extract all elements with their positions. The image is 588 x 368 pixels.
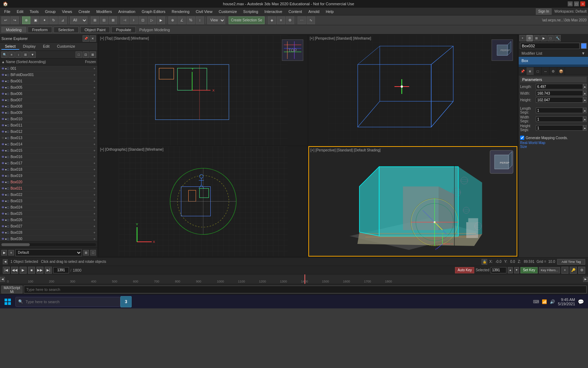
height-segs-spin[interactable]: ▲ xyxy=(583,125,587,131)
stop-button[interactable]: ■ xyxy=(28,267,35,274)
motion-panel-button[interactable]: ▶ xyxy=(540,35,547,41)
list-item[interactable]: 👁●□ Box006 ✦ xyxy=(0,91,97,97)
layer-icon2-button[interactable]: □ xyxy=(90,250,96,255)
tab-customize[interactable]: Customize xyxy=(54,43,79,50)
create-panel-button[interactable]: + xyxy=(519,35,526,41)
next-frame-button[interactable]: ▶▶ xyxy=(36,267,43,274)
list-item[interactable]: 👁●□ Box010 ✦ xyxy=(0,116,97,122)
snap-toggle[interactable]: ⊕ xyxy=(168,16,177,24)
key-up-button[interactable]: ▲ xyxy=(508,267,513,273)
timeline-scroll-right[interactable]: ▶ xyxy=(583,277,588,282)
length-segs-input[interactable] xyxy=(536,108,583,113)
key-filters-button[interactable]: Key Filters... xyxy=(539,267,560,273)
list-item[interactable]: 👁●□ Box001 ✦ xyxy=(0,78,97,84)
list-item[interactable]: 👁●□ Box027 ✦ xyxy=(0,223,97,230)
set-key-button[interactable]: Set Key xyxy=(520,267,538,273)
close-button[interactable]: ✕ xyxy=(580,1,585,6)
list-item[interactable]: 👁●□ BiFoldDoor001 ✦ xyxy=(0,72,97,78)
tab-populate[interactable]: Populate xyxy=(111,27,135,33)
length-spin-up[interactable]: ▲ xyxy=(583,84,587,89)
render-setup-button[interactable]: ▷ xyxy=(148,16,156,24)
width-spin-up[interactable]: ▲ xyxy=(583,90,587,96)
menu-content[interactable]: Content xyxy=(286,9,305,14)
current-frame-input[interactable] xyxy=(53,267,69,273)
hierarchy-panel-button[interactable]: ⊞ xyxy=(533,35,540,41)
layer-panel-button[interactable]: ≡ xyxy=(8,250,14,255)
tab-pin[interactable]: 📌 xyxy=(519,67,526,75)
maximize-button[interactable]: □ xyxy=(574,1,579,6)
layer-button[interactable]: ≡ xyxy=(277,16,285,24)
menu-scripting[interactable]: Scripting xyxy=(240,9,261,14)
taskbar-icon-3dsmax[interactable]: 3 xyxy=(120,296,132,307)
height-segs-input[interactable] xyxy=(536,125,583,131)
maxscript-button[interactable]: MAXScript Mi xyxy=(1,286,22,293)
mirror-button[interactable]: ⊣ xyxy=(120,16,129,24)
list-item[interactable]: 👁●□ Box021 ✦ xyxy=(0,185,97,192)
list-item[interactable]: 👁●□ Box013 ✦ xyxy=(0,135,97,141)
list-item[interactable]: 👁●□ Box012 ✦ xyxy=(0,129,97,135)
lock-button[interactable]: 🔓 xyxy=(482,259,487,265)
menu-tools[interactable]: Tools xyxy=(27,9,42,14)
key-frame-input[interactable] xyxy=(491,267,506,273)
list-item[interactable]: 👁●□ Box014 ✦ xyxy=(0,141,97,148)
height-input[interactable] xyxy=(536,97,583,103)
scene-filter-button[interactable]: ≡ xyxy=(8,52,15,58)
params-header[interactable]: Parameters xyxy=(520,77,587,82)
viewport-top[interactable]: [+] [Top] [Standard] [Wireframe] TOP xyxy=(99,35,308,145)
viewport-ortho[interactable]: [+] [Orthographic] [Standard] [Wireframe… xyxy=(99,146,308,257)
list-item[interactable]: 👁●□ Box007 ✦ xyxy=(0,97,97,103)
scene-search-button[interactable]: 🔍 xyxy=(1,52,8,58)
menu-arnold[interactable]: Arnold xyxy=(306,9,322,14)
modifier-item-box[interactable]: Box xyxy=(519,57,588,64)
scene-invert-button[interactable]: ⊡ xyxy=(83,52,89,58)
height-spin-up[interactable]: ▲ xyxy=(583,97,587,103)
timeline-extra2-button[interactable]: 🔑 xyxy=(570,267,577,274)
layer-icon1-button[interactable]: ⊞ xyxy=(83,250,89,255)
tab-select[interactable]: Select xyxy=(1,43,19,50)
tab-display[interactable]: Display xyxy=(20,43,39,50)
menu-file[interactable]: File xyxy=(1,9,13,14)
length-input[interactable] xyxy=(536,84,583,89)
width-segs-spin[interactable]: ▲ xyxy=(583,116,587,122)
menu-create[interactable]: Create xyxy=(76,9,93,14)
list-item[interactable]: 👁●□ 001 ✦ xyxy=(0,66,97,72)
rotate-button[interactable]: ↻ xyxy=(49,16,58,24)
curve-editor[interactable]: ∿ xyxy=(307,16,315,24)
menu-modifiers[interactable]: Modifiers xyxy=(93,9,115,14)
viewport-main[interactable]: [+] [Perspective] [Standard] [Default Sh… xyxy=(308,146,517,257)
list-item[interactable]: 👁●□ Box016 ✦ xyxy=(0,154,97,160)
tab-selection[interactable]: Selection xyxy=(54,27,78,33)
prev-frame-button[interactable]: ◀◀ xyxy=(11,267,18,274)
menu-animation[interactable]: Animation xyxy=(115,9,138,14)
object-name-input[interactable] xyxy=(520,43,580,49)
modifier-list-dropdown-icon[interactable]: ▼ xyxy=(581,51,585,55)
scene-expand-button[interactable]: ▼ xyxy=(29,52,36,58)
tab-motion[interactable]: ↔ xyxy=(542,67,550,75)
menu-rendering[interactable]: Rendering xyxy=(169,9,192,14)
list-item[interactable]: 👁●□ Box019 ✦ xyxy=(0,173,97,179)
scale-button[interactable]: ⊿ xyxy=(58,16,67,24)
move-button[interactable]: ✦ xyxy=(40,16,49,24)
playhead[interactable] xyxy=(304,274,305,284)
tab-modeling[interactable]: Modeling xyxy=(1,27,26,33)
status-input[interactable] xyxy=(24,286,587,293)
goto-end-button[interactable]: ▶| xyxy=(45,267,52,274)
scene-group-button[interactable]: ⊞ xyxy=(22,52,29,58)
view-mode-dropdown[interactable]: View xyxy=(207,16,225,24)
add-time-tag-button[interactable]: Add Time Tag xyxy=(557,259,585,265)
schematic-view[interactable]: ⋯ xyxy=(298,16,306,24)
utility-panel-button[interactable]: 🔧 xyxy=(554,35,561,41)
list-item[interactable]: 👁●□ Box023 ✦ xyxy=(0,198,97,204)
tab-display[interactable]: □ xyxy=(534,67,542,75)
menu-help[interactable]: Help xyxy=(323,9,337,14)
select-region-button[interactable]: ▣ xyxy=(31,16,40,24)
menu-customize[interactable]: Customize xyxy=(216,9,240,14)
tab-freeform[interactable]: Freeform xyxy=(28,27,52,33)
list-item[interactable]: 👁●□ Box015 ✦ xyxy=(0,148,97,154)
taskbar-search-input[interactable] xyxy=(15,297,120,307)
tab-stack[interactable]: ≡ xyxy=(526,67,534,75)
select-object-button[interactable]: ⊕ xyxy=(22,16,30,24)
scene-close-button[interactable]: ✕ xyxy=(90,35,96,42)
object-color-swatch[interactable] xyxy=(581,43,587,49)
timeline-scroll-left[interactable]: ◀ xyxy=(0,277,5,282)
